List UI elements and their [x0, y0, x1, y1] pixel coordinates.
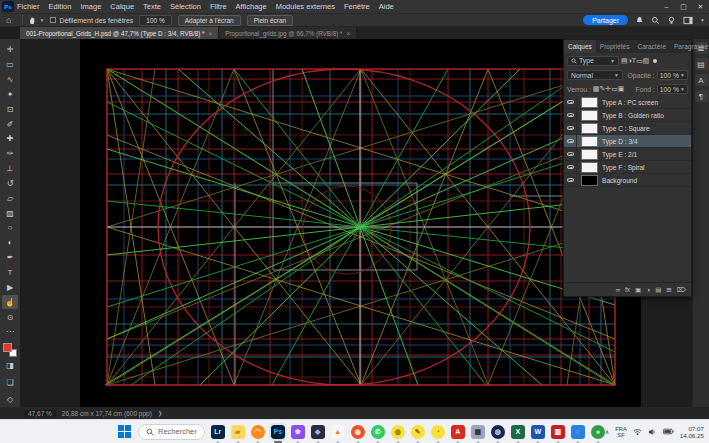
- layer-row[interactable]: Type E : 2/1: [564, 148, 691, 161]
- language-indicator[interactable]: FRA SF: [615, 426, 627, 438]
- layer-thumbnail[interactable]: [581, 110, 598, 121]
- taskbar-app-photos[interactable]: ❀: [291, 425, 305, 439]
- close-tab-icon[interactable]: ×: [347, 30, 351, 37]
- layer-effects-icon[interactable]: fx: [625, 286, 630, 293]
- taskbar-app-firefox[interactable]: ◠: [251, 425, 265, 439]
- document-tab-1[interactable]: 001-Proportional_Grids_H.psd @ 47,7% (Ty…: [20, 27, 219, 39]
- taskbar-app-app-sphere[interactable]: ◍: [491, 425, 505, 439]
- taskbar-app-app-yellow-1[interactable]: ◍: [391, 425, 405, 439]
- visibility-toggle[interactable]: [564, 174, 577, 186]
- volume-icon[interactable]: [648, 428, 657, 436]
- layer-row[interactable]: Type D : 3/4: [564, 135, 691, 148]
- layer-row[interactable]: Background: [564, 174, 691, 187]
- dock-libraries-icon[interactable]: ▤: [695, 58, 708, 70]
- menu-fichier[interactable]: Fichier: [17, 2, 40, 11]
- close-button[interactable]: ✕: [692, 3, 709, 11]
- menu-aide[interactable]: Aide: [379, 2, 394, 11]
- fullscreen-button[interactable]: Plein écran: [247, 15, 294, 26]
- zoom-tool[interactable]: ⊙: [2, 310, 18, 324]
- menu-calque[interactable]: Calque: [110, 2, 134, 11]
- taskbar-app-acrobat[interactable]: A: [451, 425, 465, 439]
- fill-field[interactable]: 100 % ▼: [657, 84, 688, 94]
- taskbar-app-app-red[interactable]: ▥: [551, 425, 565, 439]
- quick-selection-tool[interactable]: ✦: [2, 88, 18, 102]
- minimize-button[interactable]: –: [658, 3, 675, 11]
- notifications-bell-icon[interactable]: [635, 16, 644, 25]
- document-tab-2[interactable]: Proportional_grids.jpg @ 66,7% (RVB/8) *…: [219, 27, 357, 39]
- menu-texte[interactable]: Texte: [143, 2, 161, 11]
- panel-tab-paragraphe[interactable]: Paragraphe: [670, 40, 709, 53]
- panel-tab-caractère[interactable]: Caractère: [633, 40, 670, 53]
- workspace-switcher-icon[interactable]: [683, 16, 693, 25]
- taskbar-app-app-blue[interactable]: ◌: [571, 425, 585, 439]
- wifi-icon[interactable]: [633, 428, 642, 436]
- path-selection-tool[interactable]: ▶: [2, 281, 18, 295]
- visibility-toggle[interactable]: [564, 96, 577, 108]
- dock-paragraph-icon[interactable]: ¶: [695, 90, 708, 102]
- adjustment-layer-icon[interactable]: ◑: [646, 286, 650, 293]
- menu-sélection[interactable]: Sélection: [170, 2, 201, 11]
- scroll-all-windows-checkbox[interactable]: [50, 17, 56, 23]
- layer-group-icon[interactable]: ▤: [655, 286, 661, 294]
- new-layer-icon[interactable]: ⊞: [666, 286, 671, 294]
- clock[interactable]: 07:07 14.06.25: [680, 425, 704, 439]
- taskbar-app-firefox-developer[interactable]: ◉: [351, 425, 365, 439]
- document-canvas[interactable]: [80, 39, 641, 408]
- taskbar-app-app-yellow-2[interactable]: ✎: [411, 425, 425, 439]
- filter-type-select[interactable]: Type ▼: [567, 56, 619, 66]
- share-button[interactable]: Partager: [583, 15, 628, 25]
- menu-edition[interactable]: Edition: [49, 2, 72, 11]
- color-swatches[interactable]: [3, 343, 17, 357]
- filter-smart-objects-icon[interactable]: ▧: [643, 57, 650, 64]
- share-image[interactable]: ◇: [2, 392, 18, 406]
- taskbar-app-app-green[interactable]: ●: [591, 425, 605, 439]
- clone-stamp-tool[interactable]: ⊥: [2, 162, 18, 176]
- hand-tool[interactable]: ☝: [2, 295, 18, 309]
- visibility-toggle[interactable]: [564, 148, 577, 160]
- layer-mask-icon[interactable]: ▣: [635, 286, 641, 294]
- brush-tool[interactable]: ✑: [2, 147, 18, 161]
- taskbar-app-whatsapp[interactable]: ✆: [371, 425, 385, 439]
- blur-tool[interactable]: ○: [2, 221, 18, 235]
- taskbar-app-photoshop-express[interactable]: ◆: [311, 425, 325, 439]
- layer-thumbnail[interactable]: [581, 149, 598, 160]
- visibility-toggle[interactable]: [564, 109, 577, 121]
- layer-row[interactable]: Type A : PC screen: [564, 96, 691, 109]
- screen-mode[interactable]: ❏: [2, 375, 18, 389]
- menu-image[interactable]: Image: [80, 2, 101, 11]
- taskbar-search[interactable]: Rechercher: [138, 424, 205, 440]
- layer-thumbnail[interactable]: [581, 175, 598, 186]
- discover-lightbulb-icon[interactable]: [667, 16, 676, 25]
- eraser-tool[interactable]: ▱: [2, 191, 18, 205]
- dock-character-icon[interactable]: A: [695, 74, 708, 86]
- home-icon[interactable]: ⌂: [6, 15, 11, 25]
- gradient-tool[interactable]: ▨: [2, 206, 18, 220]
- move-tool[interactable]: ✛: [2, 43, 18, 57]
- taskbar-app-app-yellow-3[interactable]: ◔: [431, 425, 445, 439]
- more-tools[interactable]: ⋯: [2, 325, 18, 339]
- layer-thumbnail[interactable]: [581, 162, 598, 173]
- chevron-down-icon[interactable]: ▼: [700, 17, 705, 23]
- healing-brush-tool[interactable]: ✚: [2, 132, 18, 146]
- lock-all-icon[interactable]: ▣: [618, 85, 625, 92]
- close-tab-icon[interactable]: ×: [208, 30, 212, 37]
- panel-tab-calques[interactable]: Calques: [564, 40, 596, 53]
- panel-tab-propriétés[interactable]: Propriétés: [596, 40, 634, 53]
- tray-expand-icon[interactable]: ∧: [605, 428, 609, 435]
- link-layers-icon[interactable]: ∞: [615, 286, 620, 293]
- maximize-button[interactable]: ▢: [675, 3, 692, 11]
- taskbar-app-photoshop[interactable]: Ps: [271, 425, 285, 439]
- layer-row[interactable]: Type F : Spiral: [564, 161, 691, 174]
- marquee-tool[interactable]: ▭: [2, 58, 18, 72]
- visibility-toggle[interactable]: [564, 161, 577, 173]
- delete-layer-icon[interactable]: ⌦: [677, 286, 686, 294]
- layer-thumbnail[interactable]: [581, 136, 598, 147]
- taskbar-app-file-explorer[interactable]: ▰: [231, 425, 245, 439]
- taskbar-app-calculator[interactable]: ▦: [471, 425, 485, 439]
- type-tool[interactable]: T: [2, 266, 18, 280]
- visibility-toggle[interactable]: [564, 122, 577, 134]
- taskbar-app-lightroom[interactable]: Lr: [211, 425, 225, 439]
- search-icon[interactable]: [651, 16, 660, 25]
- layer-thumbnail[interactable]: [581, 97, 598, 108]
- menu-affichage[interactable]: Affichage: [236, 2, 267, 11]
